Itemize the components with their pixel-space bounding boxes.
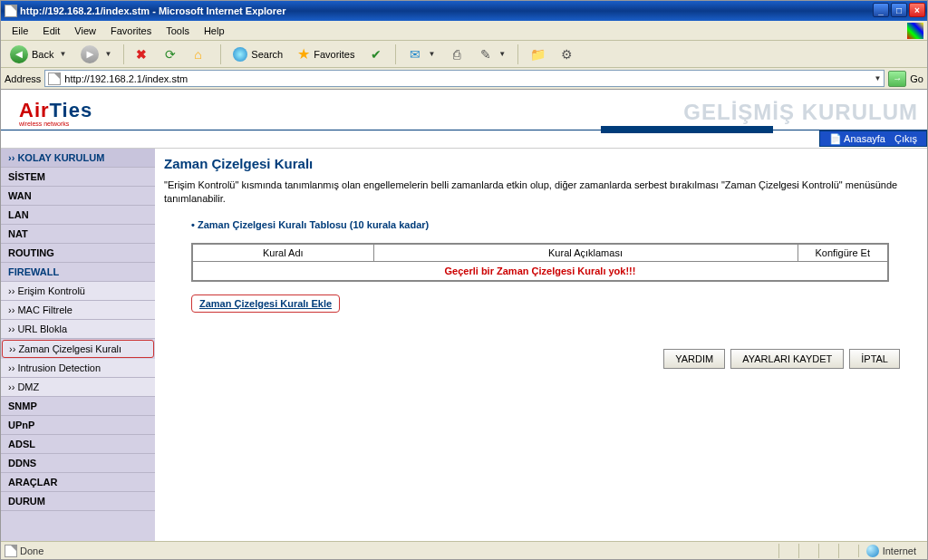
folder-icon: 📁 xyxy=(530,47,545,62)
content-title: Zaman Çizelgesi Kuralı xyxy=(164,156,900,171)
print-icon: ⎙ xyxy=(450,47,464,62)
separator xyxy=(517,44,518,64)
minimize-button[interactable]: _ xyxy=(873,3,889,17)
chevron-down-icon: ▼ xyxy=(104,50,111,58)
sidebar: ›› KOLAY KURULUM SİSTEM WAN LAN NAT ROUT… xyxy=(1,149,155,541)
menu-help[interactable]: Help xyxy=(197,24,232,38)
history-icon: ✔ xyxy=(369,47,383,62)
settings-button[interactable]: ⚙ xyxy=(554,43,579,65)
nav-access-control[interactable]: ›› Erişim Kontrolü xyxy=(1,282,155,301)
gear-icon: ⚙ xyxy=(559,47,574,62)
nav-snmp[interactable]: SNMP xyxy=(1,397,155,416)
menu-view[interactable]: View xyxy=(67,24,103,38)
globe-icon xyxy=(866,545,879,557)
separator xyxy=(123,44,124,64)
history-button[interactable]: ✔ xyxy=(363,43,389,65)
back-button[interactable]: ◄ Back ▼ xyxy=(5,43,72,65)
nav-mac-filter[interactable]: ›› MAC Filtrele xyxy=(1,301,155,320)
go-button[interactable]: → xyxy=(888,71,906,87)
nav-intrusion-detection[interactable]: ›› Intrusion Detection xyxy=(1,359,155,378)
refresh-button[interactable]: ⟳ xyxy=(160,43,185,65)
status-text: Done xyxy=(20,546,44,556)
star-icon: ★ xyxy=(297,45,310,63)
stop-button[interactable]: ✖ xyxy=(130,43,156,65)
mail-button[interactable]: ✉▼ xyxy=(402,43,440,65)
address-input[interactable]: http://192.168.2.1/index.stm ▼ xyxy=(44,70,884,87)
edit-icon: ✎ xyxy=(478,47,493,62)
home-link[interactable]: 📄 Anasayfa xyxy=(829,133,885,145)
back-arrow-icon: ◄ xyxy=(10,45,28,63)
page-icon xyxy=(5,545,17,557)
chevron-down-icon: ▼ xyxy=(59,50,66,58)
main-panel: Zaman Çizelgesi Kuralı "Erişim Kontrolü"… xyxy=(155,149,927,541)
ie-page-icon xyxy=(5,5,17,17)
menu-tools[interactable]: Tools xyxy=(159,24,197,38)
save-button[interactable]: AYARLARI KAYDET xyxy=(730,349,844,369)
refresh-icon: ⟳ xyxy=(165,47,179,62)
airties-logo: AirTies xyxy=(19,99,92,122)
statusbar: Done Internet xyxy=(1,541,927,559)
nav-url-block[interactable]: ›› URL Blokla xyxy=(1,320,155,339)
logout-link[interactable]: Çıkış xyxy=(894,133,917,144)
nav-schedule-rule[interactable]: ›› Zaman Çizelgesi Kuralı xyxy=(2,340,154,358)
nav-dmz[interactable]: ›› DMZ xyxy=(1,378,155,397)
window-titlebar: http://192.168.2.1/index.stm - Microsoft… xyxy=(1,1,927,21)
add-rule-link[interactable]: Zaman Çizelgesi Kuralı Ekle xyxy=(199,298,332,309)
print-button[interactable]: ⎙ xyxy=(444,43,469,65)
mail-icon: ✉ xyxy=(408,47,422,62)
nav-ddns[interactable]: DDNS xyxy=(1,454,155,473)
toolbar: ◄ Back ▼ ► ▼ ✖ ⟳ ⌂ Search ★ Favorites ✔ … xyxy=(1,41,927,68)
chevron-down-icon[interactable]: ▼ xyxy=(874,74,881,82)
nav-nat[interactable]: NAT xyxy=(1,225,155,244)
close-button[interactable]: × xyxy=(909,3,925,17)
page-icon xyxy=(48,72,61,85)
col-configure: Konfigüre Et xyxy=(798,244,888,262)
forward-arrow-icon: ► xyxy=(81,45,99,63)
home-icon: ⌂ xyxy=(194,47,208,62)
address-label: Address xyxy=(5,73,41,84)
nav-status[interactable]: DURUM xyxy=(1,492,155,511)
window-title: http://192.168.2.1/index.stm - Microsoft… xyxy=(20,5,285,16)
nav-adsl[interactable]: ADSL xyxy=(1,435,155,454)
content-description: "Erişim Kontrolü" kısmında tanımlanmış o… xyxy=(164,179,900,207)
zone-label: Internet xyxy=(883,546,916,556)
separator xyxy=(395,44,396,64)
cancel-button[interactable]: İPTAL xyxy=(849,349,900,369)
page-header: AirTies wireless networks GELİŞMİŞ KURUL… xyxy=(1,90,927,130)
go-label: Go xyxy=(910,73,923,84)
url-text: http://192.168.2.1/index.stm xyxy=(64,73,188,84)
windows-logo-icon xyxy=(907,23,923,39)
nav-easy-setup[interactable]: ›› KOLAY KURULUM xyxy=(1,149,155,168)
forward-button[interactable]: ► ▼ xyxy=(75,43,117,65)
top-blue-bar: 📄 Anasayfa Çıkış xyxy=(1,130,927,148)
col-rule-desc: Kural Açıklaması xyxy=(373,244,798,262)
page-title: GELİŞMİŞ KURULUM xyxy=(683,100,918,125)
edit-button[interactable]: ✎▼ xyxy=(473,43,511,65)
search-icon xyxy=(233,47,247,62)
nav-wan[interactable]: WAN xyxy=(1,187,155,206)
search-button[interactable]: Search xyxy=(227,43,288,65)
empty-table-message: Geçerli bir Zaman Çizelgesi Kuralı yok!!… xyxy=(192,261,888,281)
schedule-rule-table: Kural Adı Kural Açıklaması Konfigüre Et … xyxy=(191,243,889,282)
nav-sistem[interactable]: SİSTEM xyxy=(1,168,155,187)
maximize-button[interactable]: □ xyxy=(891,3,907,17)
addressbar: Address http://192.168.2.1/index.stm ▼ →… xyxy=(1,68,927,90)
nav-routing[interactable]: ROUTING xyxy=(1,244,155,263)
table-caption: Zaman Çizelgesi Kuralı Tablosu (10 kural… xyxy=(191,219,900,230)
zone-indicator: Internet xyxy=(858,545,923,557)
nav-lan[interactable]: LAN xyxy=(1,206,155,225)
menubar: Eile Edit View Favorites Tools Help xyxy=(1,21,927,41)
menu-file[interactable]: Eile xyxy=(5,24,35,38)
nav-tools[interactable]: ARAÇLAR xyxy=(1,473,155,492)
nav-firewall[interactable]: FIREWALL xyxy=(1,263,155,282)
menu-edit[interactable]: Edit xyxy=(35,24,67,38)
help-button[interactable]: YARDIM xyxy=(663,349,725,369)
add-rule-link-wrap: Zaman Çizelgesi Kuralı Ekle xyxy=(191,294,340,313)
folder-button[interactable]: 📁 xyxy=(525,43,550,65)
menu-favorites[interactable]: Favorites xyxy=(103,24,159,38)
separator xyxy=(220,44,221,64)
favorites-button[interactable]: ★ Favorites xyxy=(292,43,360,65)
home-button[interactable]: ⌂ xyxy=(188,43,214,65)
nav-upnp[interactable]: UPnP xyxy=(1,416,155,435)
col-rule-name: Kural Adı xyxy=(192,244,373,262)
